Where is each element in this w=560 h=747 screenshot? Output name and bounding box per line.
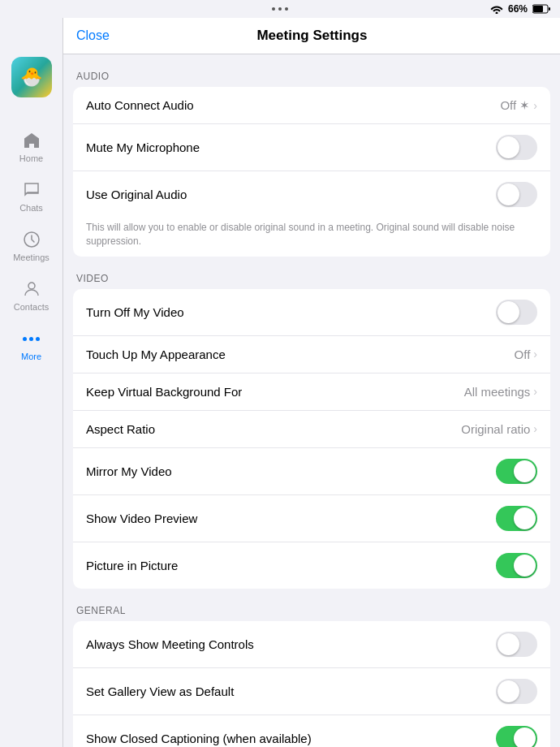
turn-off-video-toggle[interactable] [496,300,537,325]
mute-microphone-toggle[interactable] [496,135,537,160]
picture-in-picture-toggle[interactable] [496,553,537,578]
show-video-preview-row[interactable]: Show Video Preview [73,495,550,542]
always-show-controls-row[interactable]: Always Show Meeting Controls [73,621,550,668]
closed-captioning-row[interactable]: Show Closed Captioning (when available) [73,715,550,747]
keep-virtual-background-value: All meetings › [464,385,537,399]
general-settings-group: Always Show Meeting Controls Set Gallery… [73,621,550,747]
gallery-view-default-knob [498,680,519,702]
general-section-header: GENERAL [63,605,560,621]
more-dot-2 [29,337,33,341]
general-section: GENERAL Always Show Meeting Controls Set… [63,605,560,747]
contacts-icon [21,279,42,300]
aspect-ratio-value: Original ratio › [461,422,537,436]
mirror-video-row[interactable]: Mirror My Video [73,448,550,495]
video-section-header: VIDEO [63,273,560,289]
mute-microphone-row[interactable]: Mute My Microphone [73,124,550,171]
sidebar-item-more[interactable]: More [0,320,62,369]
dot3 [285,7,288,11]
more-dot-1 [23,337,27,341]
use-original-audio-knob [498,184,519,205]
main-content: Close Meeting Settings AUDIO Auto Connec… [63,0,560,747]
turn-off-video-row[interactable]: Turn Off My Video [73,289,550,336]
status-bar: 66% [0,0,560,18]
always-show-controls-knob [498,633,519,655]
use-original-audio-container: Use Original Audio This will allow you t… [73,171,550,257]
picture-in-picture-knob [514,555,536,576]
aspect-ratio-chevron: › [533,422,537,435]
show-video-preview-knob [514,507,536,529]
auto-connect-audio-row[interactable]: Auto Connect Audio Off ✶ › [73,87,550,124]
gallery-view-default-label: Set Gallery View as Default [86,684,496,698]
svg-point-4 [28,283,35,289]
keep-virtual-chevron: › [533,385,537,398]
aspect-ratio-label: Aspect Ratio [86,422,461,436]
page-title: Meeting Settings [256,28,367,44]
dot2 [278,7,282,11]
auto-connect-audio-label: Auto Connect Audio [86,98,500,112]
turn-off-video-label: Turn Off My Video [86,305,496,319]
auto-connect-chevron: › [533,99,537,112]
video-section: VIDEO Turn Off My Video Touch Up My Appe… [63,273,560,589]
picture-in-picture-row[interactable]: Picture in Picture [73,542,550,589]
settings-scroll-area[interactable]: AUDIO Auto Connect Audio Off ✶ › Mute My… [63,54,560,747]
show-video-preview-toggle[interactable] [496,506,537,531]
mirror-video-knob [514,460,536,482]
more-icon [21,328,42,349]
more-dot-3 [36,337,40,341]
auto-connect-audio-value: Off ✶ › [500,98,537,113]
gallery-view-default-toggle[interactable] [496,679,537,704]
sidebar-item-contacts-label: Contacts [14,302,49,312]
closed-captioning-toggle[interactable] [496,726,537,747]
mirror-video-toggle[interactable] [496,459,537,484]
picture-in-picture-label: Picture in Picture [86,559,496,572]
keep-virtual-background-label: Keep Virtual Background For [86,385,464,399]
battery-icon [532,4,550,14]
touch-up-appearance-row[interactable]: Touch Up My Appearance Off › [73,336,550,374]
gallery-view-default-row[interactable]: Set Gallery View as Default [73,668,550,715]
sidebar-item-meetings-label: Meetings [13,253,50,262]
svg-rect-1 [533,6,543,12]
use-original-audio-toggle[interactable] [496,182,537,207]
sidebar: 🐣 Home Chats Meetings [0,0,63,747]
battery-percentage: 66% [508,3,528,15]
closed-captioning-label: Show Closed Captioning (when available) [86,732,496,745]
sidebar-item-contacts[interactable]: Contacts [0,270,62,320]
sidebar-item-more-label: More [21,352,41,361]
mirror-video-label: Mirror My Video [86,464,496,478]
meetings-icon [21,229,42,250]
home-icon [21,130,42,151]
use-original-audio-subtitle: This will allow you to enable or disable… [73,218,550,257]
svg-rect-2 [549,7,550,11]
closed-captioning-knob [514,728,536,747]
touch-up-appearance-label: Touch Up My Appearance [86,348,515,361]
show-video-preview-label: Show Video Preview [86,512,496,525]
app-icon: 🐣 [11,57,52,97]
mute-microphone-label: Mute My Microphone [86,140,496,154]
sidebar-nav: Home Chats Meetings Contacts [0,122,62,369]
sidebar-item-home[interactable]: Home [0,122,62,171]
status-dots [272,7,288,11]
touch-up-appearance-value: Off › [515,348,537,361]
keep-virtual-background-row[interactable]: Keep Virtual Background For All meetings… [73,374,550,411]
close-button[interactable]: Close [76,28,110,43]
sidebar-item-chats[interactable]: Chats [0,171,62,221]
audio-section: AUDIO Auto Connect Audio Off ✶ › Mute My… [63,71,560,257]
always-show-controls-label: Always Show Meeting Controls [86,637,496,651]
aspect-ratio-row[interactable]: Aspect Ratio Original ratio › [73,411,550,448]
audio-settings-group: Auto Connect Audio Off ✶ › Mute My Micro… [73,87,550,257]
video-settings-group: Turn Off My Video Touch Up My Appearance… [73,289,550,589]
use-original-audio-label: Use Original Audio [86,188,496,201]
mute-microphone-knob [498,136,519,158]
header: Close Meeting Settings [63,18,560,54]
use-original-audio-row[interactable]: Use Original Audio [73,171,550,218]
sidebar-item-meetings[interactable]: Meetings [0,221,62,270]
always-show-controls-toggle[interactable] [496,632,537,657]
sidebar-item-chats-label: Chats [19,203,43,213]
dot1 [272,7,275,11]
turn-off-video-knob [498,301,519,323]
audio-section-header: AUDIO [63,71,560,87]
touch-up-chevron: › [533,348,537,361]
chats-icon [21,179,42,201]
sidebar-item-home-label: Home [19,153,43,163]
wifi-icon [490,4,503,14]
